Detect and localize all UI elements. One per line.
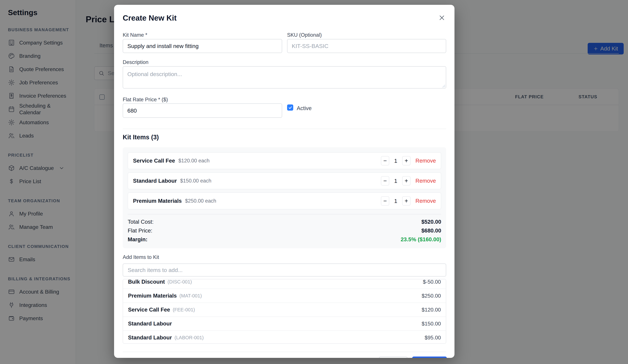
totals-label: Margin:: [128, 236, 148, 243]
kit-item-unit-price: $250.00 each: [185, 198, 216, 204]
kit-item-name: Service Call Fee: [133, 158, 175, 164]
kit-items-list: Service Call Fee $120.00 each − 1 + Remo…: [128, 152, 441, 209]
kit-item-name: Premium Materials: [133, 198, 182, 204]
cancel-button[interactable]: [379, 357, 407, 358]
kit-items-heading: Kit Items (3): [123, 134, 159, 141]
option-name: Bulk Discount: [128, 279, 165, 285]
create-kit-button[interactable]: [412, 357, 447, 358]
active-label: Active: [297, 105, 312, 111]
kit-item-unit-price: $150.00 each: [180, 178, 211, 184]
totals-divider: [128, 214, 441, 214]
kit-name-input[interactable]: [123, 39, 282, 53]
add-item-option[interactable]: Standard Labour (LABOR-001) $95.00: [123, 331, 446, 344]
app-window: Settings BUSINESS MANAGEMENTCompany Sett…: [0, 0, 628, 364]
totals-label: Total Cost:: [128, 219, 154, 225]
remove-item-button[interactable]: Remove: [415, 158, 436, 164]
section-divider: [123, 129, 446, 129]
description-label: Description: [123, 59, 149, 65]
option-sku: (DISC-001): [167, 279, 192, 285]
increase-quantity-button[interactable]: +: [402, 196, 410, 206]
option-sku: (FEE-001): [173, 307, 195, 312]
quantity-value: 1: [389, 158, 402, 164]
create-kit-modal: Create New Kit Kit Name * SKU (Optional)…: [114, 5, 455, 358]
add-item-option[interactable]: Premium Materials (MAT-001) $250.00: [123, 289, 446, 303]
add-items-label: Add Items to Kit: [123, 254, 159, 260]
option-name: Premium Materials: [128, 292, 177, 299]
decrease-quantity-button[interactable]: −: [381, 196, 389, 206]
description-textarea[interactable]: [123, 66, 446, 88]
totals-row: Flat Price: $680.00: [128, 227, 441, 234]
totals-summary: Total Cost: $520.00 Flat Price: $680.00 …: [128, 219, 441, 243]
totals-row: Total Cost: $520.00: [128, 219, 441, 225]
option-name: Service Call Fee: [128, 306, 170, 313]
decrease-quantity-button[interactable]: −: [381, 156, 389, 165]
kit-item-unit-price: $120.00 each: [178, 158, 210, 164]
option-price: $-50.00: [423, 279, 441, 285]
close-button[interactable]: [439, 14, 446, 21]
modal-title: Create New Kit: [123, 13, 177, 22]
kit-item-row: Service Call Fee $120.00 each − 1 + Remo…: [128, 152, 441, 169]
sku-label: SKU (Optional): [287, 32, 322, 38]
option-price: $120.00: [422, 307, 441, 313]
flat-rate-price-label: Flat Rate Price * ($): [123, 97, 168, 103]
quantity-value: 1: [389, 198, 402, 204]
option-price: $150.00: [422, 321, 441, 327]
totals-label: Flat Price:: [128, 227, 153, 234]
totals-value: $520.00: [421, 219, 441, 225]
option-price: $95.00: [425, 335, 441, 341]
quantity-value: 1: [389, 178, 402, 184]
increase-quantity-button[interactable]: +: [402, 156, 410, 165]
add-item-option[interactable]: Bulk Discount (DISC-001) $-50.00: [123, 279, 446, 289]
totals-row: Margin: 23.5% ($160.00): [128, 236, 441, 243]
option-sku: (MAT-001): [179, 293, 202, 298]
add-items-search-input[interactable]: [123, 264, 446, 277]
sku-input[interactable]: [287, 39, 446, 53]
checkbox-check-icon: [288, 106, 292, 110]
kit-items-panel: Service Call Fee $120.00 each − 1 + Remo…: [123, 147, 446, 248]
add-items-option-list: Bulk Discount (DISC-001) $-50.00 Premium…: [123, 279, 446, 344]
active-checkbox[interactable]: [287, 104, 293, 111]
kit-item-row: Premium Materials $250.00 each − 1 + Rem…: [128, 192, 441, 209]
option-name: Standard Labour: [128, 334, 172, 341]
flat-rate-price-input[interactable]: [123, 103, 282, 118]
kit-item-row: Standard Labour $150.00 each − 1 + Remov…: [128, 172, 441, 189]
totals-value: $680.00: [421, 227, 441, 234]
increase-quantity-button[interactable]: +: [402, 176, 410, 185]
add-item-option[interactable]: Service Call Fee (FEE-001) $120.00: [123, 303, 446, 317]
remove-item-button[interactable]: Remove: [415, 198, 436, 204]
kit-item-name: Standard Labour: [133, 178, 177, 184]
option-name: Standard Labour: [128, 320, 172, 327]
add-item-option[interactable]: Standard Labour $150.00: [123, 317, 446, 331]
decrease-quantity-button[interactable]: −: [381, 176, 389, 185]
option-price: $250.00: [422, 293, 441, 299]
remove-item-button[interactable]: Remove: [415, 178, 436, 184]
option-sku: (LABOR-001): [174, 335, 204, 340]
footer-divider: [123, 352, 446, 352]
close-icon: [439, 14, 446, 21]
totals-value: 23.5% ($160.00): [401, 236, 441, 243]
kit-name-label: Kit Name *: [123, 32, 147, 38]
